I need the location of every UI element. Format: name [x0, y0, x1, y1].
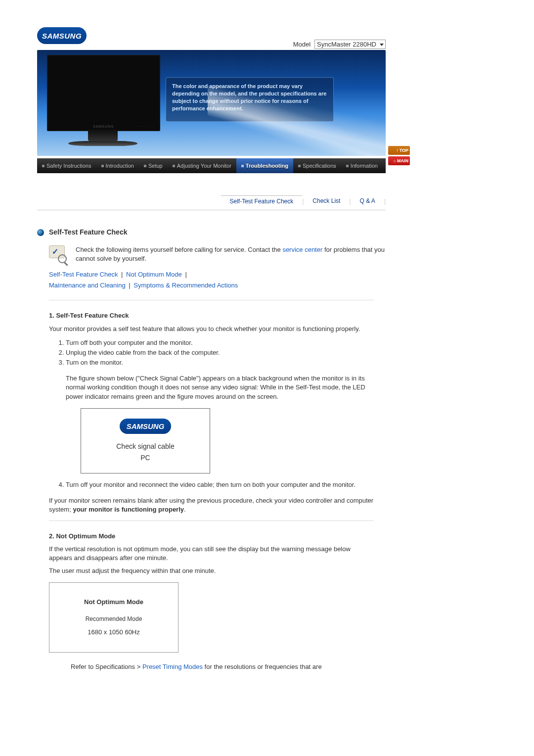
- link-preset-timing-modes[interactable]: Preset Timing Modes: [142, 663, 203, 670]
- subnav-check-list[interactable]: Check List: [304, 195, 349, 207]
- product-monitor-image: SAMSUNG · · · · ·: [47, 55, 158, 149]
- s1-closing: If your monitor screen remains blank aft…: [49, 496, 374, 514]
- s2-footnote: Refer to Specifications > Preset Timing …: [37, 660, 386, 671]
- nav-information[interactable]: Information: [341, 163, 383, 169]
- quick-links-row-1: Self-Test Feature Check | Not Optimum Mo…: [37, 268, 386, 279]
- s2-p1: If the vertical resolution is not optimu…: [49, 545, 374, 563]
- s1-step3-note: The figure shown below ("Check Signal Ca…: [66, 374, 374, 401]
- self-test-icon: ✓: [49, 245, 67, 263]
- nav-troubleshooting[interactable]: Troubleshooting: [236, 158, 293, 173]
- figure-line-2: PC: [81, 453, 210, 463]
- s1-title: 1. Self-Test Feature Check: [49, 311, 374, 320]
- s1-intro: Your monitor provides a self test featur…: [49, 325, 374, 333]
- model-label: Model: [293, 41, 311, 48]
- side-tab-main[interactable]: ⌂MAIN: [388, 156, 410, 165]
- intro-text: Check the following items yourself befor…: [76, 245, 386, 263]
- s2-title: 2. Not Optimum Mode: [49, 532, 374, 541]
- nav-safety-instructions[interactable]: Safety Instructions: [37, 163, 96, 169]
- model-dropdown[interactable]: SyncMaster 2280HD: [314, 40, 386, 49]
- section-bullet-icon: [37, 229, 44, 236]
- section-title: Self-Test Feature Check: [49, 228, 127, 237]
- not-optimum-mode-figure: Not Optimum Mode Recommended Mode 1680 x…: [49, 582, 178, 652]
- hero-banner: SAMSUNG · · · · · The color and appearan…: [37, 50, 386, 156]
- s1-step-3: Turn on the monitor. The figure shown be…: [66, 358, 374, 473]
- quick-links-row-2: Maintenance and Cleaning | Symptoms & Re…: [37, 279, 386, 290]
- s2-p2: The user must adjust the frequency withi…: [49, 567, 374, 575]
- s1-step-4: Turn off your monitor and reconnect the …: [66, 480, 374, 489]
- figure-not-optimum-title: Not Optimum Mode: [49, 598, 178, 607]
- nav-adjusting-monitor[interactable]: Adjusting Your Monitor: [168, 163, 236, 169]
- home-icon: ⌂: [394, 158, 396, 163]
- subnav-q-and-a[interactable]: Q & A: [351, 195, 384, 207]
- side-tab-top[interactable]: ↑TOP: [388, 146, 410, 155]
- samsung-logo-small: SAMSUNG: [120, 419, 172, 434]
- s1-step-1: Turn off both your computer and the moni…: [66, 338, 374, 347]
- subnav-self-test[interactable]: Self-Test Feature Check: [221, 195, 303, 207]
- figure-resolution: 1680 x 1050 60Hz: [49, 628, 178, 637]
- link-not-optimum-mode[interactable]: Not Optimum Mode: [126, 271, 182, 278]
- link-symptoms-actions[interactable]: Symptoms & Recommended Actions: [134, 282, 238, 289]
- nav-introduction[interactable]: Introduction: [96, 163, 139, 169]
- divider-icon: |: [384, 198, 386, 205]
- nav-specifications[interactable]: Specifications: [293, 163, 341, 169]
- link-service-center[interactable]: service center: [282, 246, 322, 253]
- main-nav: Safety Instructions Introduction Setup A…: [37, 158, 386, 173]
- model-selector-block: Model SyncMaster 2280HD: [293, 40, 386, 49]
- figure-recommended-mode: Recommended Mode: [49, 615, 178, 623]
- check-signal-cable-figure: SAMSUNG Check signal cable PC: [81, 408, 210, 473]
- figure-line-1: Check signal cable: [81, 442, 210, 452]
- samsung-logo: SAMSUNG: [37, 27, 87, 44]
- link-self-test-feature-check[interactable]: Self-Test Feature Check: [49, 271, 118, 278]
- sub-nav: Self-Test Feature Check | Check List | Q…: [37, 195, 386, 210]
- arrow-up-icon: ↑: [396, 148, 399, 153]
- s1-steps: Turn off both your computer and the moni…: [56, 338, 374, 490]
- link-maintenance-cleaning[interactable]: Maintenance and Cleaning: [49, 282, 126, 289]
- s1-step-2: Unplug the video cable from the back of …: [66, 348, 374, 357]
- nav-setup[interactable]: Setup: [139, 163, 168, 169]
